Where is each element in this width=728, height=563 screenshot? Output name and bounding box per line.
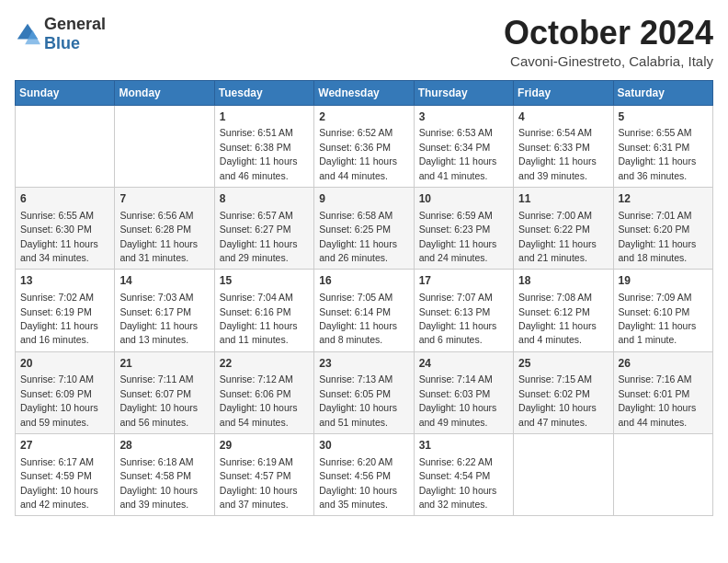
day-number: 29 <box>220 438 309 454</box>
calendar-cell: 5Sunrise: 6:55 AMSunset: 6:31 PMDaylight… <box>613 105 712 187</box>
day-number: 27 <box>20 438 109 454</box>
calendar-week-row: 27Sunrise: 6:17 AMSunset: 4:59 PMDayligh… <box>16 434 713 516</box>
day-info: Sunrise: 7:04 AMSunset: 6:16 PMDaylight:… <box>220 292 298 345</box>
day-info: Sunrise: 7:00 AMSunset: 6:22 PMDaylight:… <box>518 210 597 263</box>
day-info: Sunrise: 6:55 AMSunset: 6:31 PMDaylight:… <box>619 127 697 180</box>
calendar-cell <box>16 105 115 187</box>
calendar-cell <box>613 434 712 516</box>
calendar-cell: 23Sunrise: 7:13 AMSunset: 6:05 PMDayligh… <box>314 351 414 433</box>
calendar-cell: 28Sunrise: 6:18 AMSunset: 4:58 PMDayligh… <box>115 434 214 516</box>
logo-icon <box>15 21 40 47</box>
day-number: 17 <box>419 273 508 289</box>
day-number: 15 <box>220 273 309 289</box>
day-number: 10 <box>419 191 508 207</box>
day-info: Sunrise: 7:05 AMSunset: 6:14 PMDaylight:… <box>319 292 397 345</box>
day-info: Sunrise: 6:57 AMSunset: 6:27 PMDaylight:… <box>220 210 298 263</box>
day-info: Sunrise: 7:09 AMSunset: 6:10 PMDaylight:… <box>619 292 697 345</box>
calendar-cell: 30Sunrise: 6:20 AMSunset: 4:56 PMDayligh… <box>314 434 414 516</box>
page-header: General Blue October 2024 Cavoni-Ginestr… <box>15 15 713 69</box>
calendar-cell: 8Sunrise: 6:57 AMSunset: 6:27 PMDaylight… <box>214 187 313 269</box>
day-number: 19 <box>619 273 708 289</box>
day-number: 30 <box>319 438 408 454</box>
weekday-header-wednesday: Wednesday <box>314 80 414 105</box>
calendar-cell: 18Sunrise: 7:08 AMSunset: 6:12 PMDayligh… <box>514 270 613 351</box>
calendar-cell: 11Sunrise: 7:00 AMSunset: 6:22 PMDayligh… <box>514 187 613 269</box>
calendar-cell: 16Sunrise: 7:05 AMSunset: 6:14 PMDayligh… <box>314 270 414 351</box>
day-info: Sunrise: 7:10 AMSunset: 6:09 PMDaylight:… <box>20 373 98 427</box>
calendar-cell: 20Sunrise: 7:10 AMSunset: 6:09 PMDayligh… <box>16 351 115 433</box>
day-number: 5 <box>619 109 708 125</box>
calendar-cell: 13Sunrise: 7:02 AMSunset: 6:19 PMDayligh… <box>16 270 115 351</box>
calendar-cell: 22Sunrise: 7:12 AMSunset: 6:06 PMDayligh… <box>214 351 313 433</box>
calendar-cell: 19Sunrise: 7:09 AMSunset: 6:10 PMDayligh… <box>613 270 712 351</box>
day-number: 14 <box>119 273 209 289</box>
day-number: 16 <box>319 273 408 289</box>
day-info: Sunrise: 7:13 AMSunset: 6:05 PMDaylight:… <box>319 373 397 427</box>
day-info: Sunrise: 7:11 AMSunset: 6:07 PMDaylight:… <box>119 373 198 427</box>
day-info: Sunrise: 7:01 AMSunset: 6:20 PMDaylight:… <box>619 210 697 263</box>
weekday-header-friday: Friday <box>514 80 613 105</box>
day-number: 26 <box>619 356 708 372</box>
weekday-header-sunday: Sunday <box>16 80 115 105</box>
day-info: Sunrise: 6:22 AMSunset: 4:54 PMDaylight:… <box>419 456 497 510</box>
day-number: 13 <box>20 273 109 289</box>
calendar-cell: 1Sunrise: 6:51 AMSunset: 6:38 PMDaylight… <box>214 105 313 187</box>
day-info: Sunrise: 7:02 AMSunset: 6:19 PMDaylight:… <box>20 292 98 345</box>
day-number: 2 <box>319 109 408 125</box>
weekday-header-thursday: Thursday <box>414 80 513 105</box>
calendar-week-row: 6Sunrise: 6:55 AMSunset: 6:30 PMDaylight… <box>16 187 713 269</box>
day-number: 11 <box>518 191 608 207</box>
day-number: 28 <box>119 438 209 454</box>
day-info: Sunrise: 6:53 AMSunset: 6:34 PMDaylight:… <box>419 127 497 180</box>
day-number: 31 <box>419 438 508 454</box>
calendar-cell: 6Sunrise: 6:55 AMSunset: 6:30 PMDaylight… <box>16 187 115 269</box>
calendar-cell: 9Sunrise: 6:58 AMSunset: 6:25 PMDaylight… <box>314 187 414 269</box>
day-info: Sunrise: 7:16 AMSunset: 6:01 PMDaylight:… <box>619 373 697 427</box>
calendar-cell <box>514 434 613 516</box>
day-number: 7 <box>119 191 209 207</box>
month-title: October 2024 <box>504 15 713 52</box>
day-info: Sunrise: 6:51 AMSunset: 6:38 PMDaylight:… <box>220 127 298 180</box>
calendar-cell: 2Sunrise: 6:52 AMSunset: 6:36 PMDaylight… <box>314 105 414 187</box>
calendar-cell: 12Sunrise: 7:01 AMSunset: 6:20 PMDayligh… <box>613 187 712 269</box>
day-number: 8 <box>220 191 309 207</box>
calendar-cell: 24Sunrise: 7:14 AMSunset: 6:03 PMDayligh… <box>414 351 513 433</box>
logo-text-general: General <box>44 15 106 33</box>
day-number: 20 <box>20 356 109 372</box>
weekday-header-monday: Monday <box>115 80 214 105</box>
location-title: Cavoni-Ginestreto, Calabria, Italy <box>504 53 713 69</box>
calendar-week-row: 20Sunrise: 7:10 AMSunset: 6:09 PMDayligh… <box>16 351 713 433</box>
day-info: Sunrise: 6:55 AMSunset: 6:30 PMDaylight:… <box>20 210 98 263</box>
weekday-header-row: SundayMondayTuesdayWednesdayThursdayFrid… <box>16 80 713 105</box>
calendar-cell: 7Sunrise: 6:56 AMSunset: 6:28 PMDaylight… <box>115 187 214 269</box>
calendar-cell: 26Sunrise: 7:16 AMSunset: 6:01 PMDayligh… <box>613 351 712 433</box>
day-number: 4 <box>518 109 608 125</box>
day-number: 3 <box>419 109 508 125</box>
day-number: 25 <box>518 356 608 372</box>
calendar-cell: 4Sunrise: 6:54 AMSunset: 6:33 PMDaylight… <box>514 105 613 187</box>
day-info: Sunrise: 7:12 AMSunset: 6:06 PMDaylight:… <box>220 373 298 427</box>
day-number: 12 <box>619 191 708 207</box>
day-info: Sunrise: 6:56 AMSunset: 6:28 PMDaylight:… <box>119 210 198 263</box>
calendar-cell: 17Sunrise: 7:07 AMSunset: 6:13 PMDayligh… <box>414 270 513 351</box>
day-number: 21 <box>119 356 209 372</box>
logo-text-blue: Blue <box>44 34 80 52</box>
day-number: 23 <box>319 356 408 372</box>
day-number: 9 <box>319 191 408 207</box>
calendar-cell: 21Sunrise: 7:11 AMSunset: 6:07 PMDayligh… <box>115 351 214 433</box>
weekday-header-saturday: Saturday <box>613 80 712 105</box>
day-info: Sunrise: 7:14 AMSunset: 6:03 PMDaylight:… <box>419 373 497 427</box>
day-number: 6 <box>20 191 109 207</box>
day-info: Sunrise: 7:08 AMSunset: 6:12 PMDaylight:… <box>518 292 597 345</box>
day-info: Sunrise: 6:20 AMSunset: 4:56 PMDaylight:… <box>319 456 397 510</box>
weekday-header-tuesday: Tuesday <box>214 80 313 105</box>
calendar-cell: 31Sunrise: 6:22 AMSunset: 4:54 PMDayligh… <box>414 434 513 516</box>
calendar-cell: 14Sunrise: 7:03 AMSunset: 6:17 PMDayligh… <box>115 270 214 351</box>
day-info: Sunrise: 6:19 AMSunset: 4:57 PMDaylight:… <box>220 456 298 510</box>
day-info: Sunrise: 7:15 AMSunset: 6:02 PMDaylight:… <box>518 373 597 427</box>
logo: General Blue <box>15 15 106 53</box>
calendar-week-row: 13Sunrise: 7:02 AMSunset: 6:19 PMDayligh… <box>16 270 713 351</box>
calendar-cell: 15Sunrise: 7:04 AMSunset: 6:16 PMDayligh… <box>214 270 313 351</box>
calendar-cell <box>115 105 214 187</box>
calendar-table: SundayMondayTuesdayWednesdayThursdayFrid… <box>15 80 713 517</box>
